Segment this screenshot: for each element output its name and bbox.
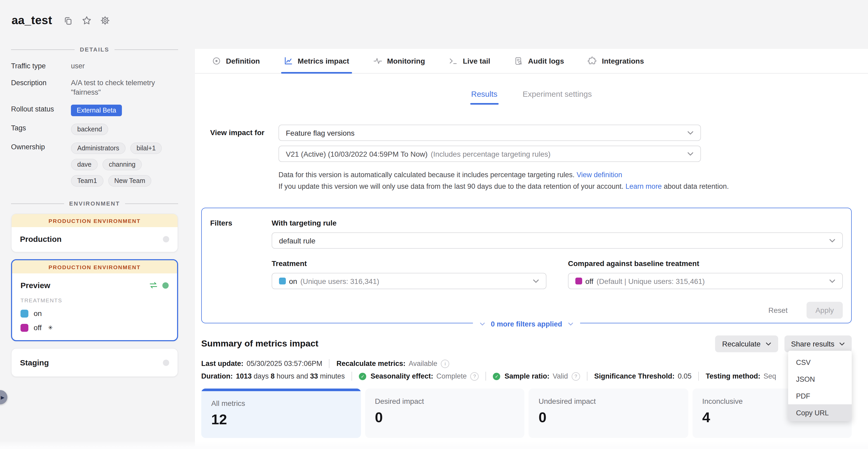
owner-pill: dave <box>71 159 98 170</box>
version-select[interactable]: V21 (Active) (10/03/2022 04:59PM To Now)… <box>278 146 701 162</box>
status-dot-gray <box>163 236 169 242</box>
menu-item-copy-url[interactable]: Copy URL <box>788 404 852 421</box>
tag-pill: backend <box>71 124 108 135</box>
menu-item-pdf[interactable]: PDF <box>788 388 852 404</box>
traffic-type-value: user <box>71 61 178 71</box>
treatment-label: Treatment <box>272 259 547 268</box>
metric-card-undesired-impact[interactable]: Undesired impact 0 <box>529 389 688 438</box>
seasonality-label: Seasonality effect: <box>370 372 433 380</box>
seasonality-value: Complete <box>436 372 467 380</box>
share-results-button[interactable]: Share results <box>784 335 852 352</box>
page: aa_test D <box>0 0 868 449</box>
owner-pill: Administrators <box>71 143 126 154</box>
definition-icon <box>212 56 221 66</box>
menu-item-csv[interactable]: CSV <box>788 354 852 371</box>
chevron-down-icon <box>480 322 485 326</box>
live-tail-icon <box>449 56 458 66</box>
details-heading: DETAILS <box>11 46 178 53</box>
sidebar: DETAILS Traffic type user Description A/… <box>11 46 178 377</box>
apply-button[interactable]: Apply <box>807 302 843 319</box>
flag-title: aa_test <box>11 14 52 27</box>
traffic-type-label: Traffic type <box>11 61 68 70</box>
environment-name: Preview <box>21 281 149 290</box>
more-filters-toggle[interactable]: 0 more filters applied <box>473 320 580 328</box>
learn-more-link[interactable]: Learn more <box>625 182 662 190</box>
chevron-down-icon <box>687 152 693 156</box>
view-impact-section: View impact for Feature flag versions V2… <box>210 125 852 192</box>
last-update-label: Last update: <box>201 360 244 367</box>
default-treatment-icon: ✳ <box>48 324 53 331</box>
retention-note: If you update this version we will only … <box>278 181 852 192</box>
metrics-impact-icon <box>283 56 293 66</box>
share-results-menu: CSV JSON PDF Copy URL <box>788 351 852 421</box>
view-definition-link[interactable]: View definition <box>577 171 622 179</box>
subtab-experiment-settings[interactable]: Experiment settings <box>523 89 592 104</box>
baseline-label: Compared against baseline treatment <box>568 259 843 268</box>
flag-header: aa_test <box>11 14 110 27</box>
environment-card-production[interactable]: PRODUCTION ENVIRONMENT Production <box>11 213 178 252</box>
filters-card: Filters With targeting rule default rule… <box>201 208 852 323</box>
metric-cards-row: All metrics 12 Desired impact 0 Undesire… <box>201 389 852 438</box>
metric-card-all-metrics[interactable]: All metrics 12 <box>201 389 361 438</box>
sidebar-collapse-handle[interactable]: ▶ <box>0 390 7 404</box>
description-label: Description <box>11 78 68 87</box>
recalculate-metrics-label: Recalculate metrics: <box>337 360 406 367</box>
tab-audit-logs[interactable]: Audit logs <box>514 49 564 73</box>
check-icon: ✓ <box>359 372 366 380</box>
version-main: V21 (Active) (10/03/2022 04:59PM To Now) <box>286 150 428 158</box>
tab-monitoring[interactable]: Monitoring <box>373 49 425 73</box>
treatment-row-on: on <box>21 309 169 318</box>
version-type-select[interactable]: Feature flag versions <box>278 125 701 141</box>
chevron-down-icon <box>829 279 835 283</box>
treatment-off-label: off <box>34 323 42 332</box>
tab-definition[interactable]: Definition <box>212 49 260 73</box>
bottom-fade <box>0 441 868 449</box>
testing-method-label: Testing method: <box>706 372 760 380</box>
copy-button[interactable] <box>63 15 73 26</box>
settings-button[interactable] <box>99 15 110 26</box>
baseline-select[interactable]: off (Default | Unique users: 315,461) <box>568 273 843 289</box>
owner-pill: Team1 <box>71 175 103 187</box>
main-panel: Definition Metrics impact Monitoring <box>195 49 868 449</box>
owner-pill: bilal+1 <box>130 143 162 154</box>
tags-label: Tags <box>11 124 68 132</box>
filters-heading: Filters <box>210 219 272 323</box>
reset-button[interactable]: Reset <box>765 305 791 315</box>
chevron-down-icon <box>839 342 845 346</box>
treatment-select[interactable]: on (Unique users: 316,341) <box>272 273 547 289</box>
swap-arrows-icon <box>149 282 158 289</box>
treatment-on-swatch <box>21 309 28 317</box>
environment-card-staging[interactable]: Staging <box>11 348 178 377</box>
recalculate-metrics-value: Available <box>408 360 437 367</box>
environment-name: Production <box>20 235 163 243</box>
production-environment-banner: PRODUCTION ENVIRONMENT <box>11 214 178 227</box>
duration-value: 1013 days 8 hours and 33 minutes <box>236 372 345 380</box>
tab-metrics-impact[interactable]: Metrics impact <box>283 49 349 73</box>
chevron-down-icon <box>829 238 835 243</box>
significance-threshold-value: 0.05 <box>678 372 692 380</box>
tab-live-tail[interactable]: Live tail <box>449 49 490 73</box>
help-icon[interactable]: ? <box>572 372 580 380</box>
targeting-rule-select[interactable]: default rule <box>272 232 843 249</box>
chevron-down-icon <box>568 322 573 326</box>
subtab-results[interactable]: Results <box>471 89 497 104</box>
favorite-button[interactable] <box>81 15 92 26</box>
details-grid: Traffic type user Description A/A test t… <box>11 61 178 187</box>
version-note: (Includes percentage targeting rules) <box>431 150 551 158</box>
metric-card-desired-impact[interactable]: Desired impact 0 <box>365 389 524 438</box>
summary-header: Summary of metrics impact Recalculate Sh… <box>201 335 852 352</box>
summary-meta-row-1: Last update: 05/30/2025 03:57:06PM Recal… <box>201 359 852 368</box>
help-icon[interactable]: ? <box>470 372 479 380</box>
environment-card-preview[interactable]: PRODUCTION ENVIRONMENT Preview TREATMENT… <box>11 259 178 341</box>
status-dot-green <box>162 282 169 289</box>
owner-pill: New Team <box>108 175 152 187</box>
monitoring-icon <box>373 56 382 66</box>
menu-item-json[interactable]: JSON <box>788 371 852 388</box>
rollout-status-badge: External Beta <box>71 104 122 116</box>
last-update-value: 05/30/2025 03:57:06PM <box>247 360 322 367</box>
tab-integrations[interactable]: Integrations <box>588 49 644 73</box>
chevron-down-icon <box>687 131 693 135</box>
recalculate-button[interactable]: Recalculate <box>715 335 778 352</box>
owner-pills: Administrators bilal+1 dave channing Tea… <box>71 143 178 187</box>
info-icon[interactable]: i <box>441 359 450 368</box>
